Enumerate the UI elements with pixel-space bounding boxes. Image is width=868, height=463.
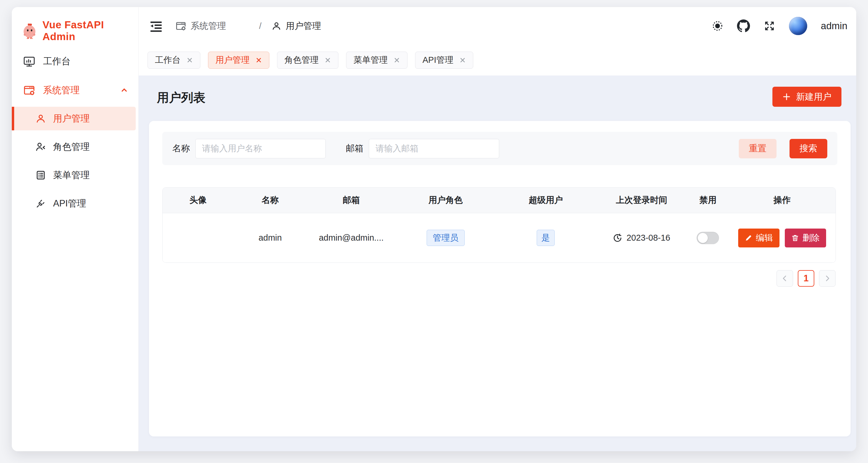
sidebar-item-label: 角色管理 <box>53 141 90 153</box>
user-icon <box>272 21 281 31</box>
close-icon[interactable] <box>255 57 262 63</box>
column-header-avatar: 头像 <box>162 194 234 206</box>
breadcrumb-item-system[interactable]: 系统管理 <box>175 20 249 32</box>
breadcrumb-item-users[interactable]: 用户管理 <box>272 20 360 32</box>
filter-bar: 名称 邮箱 重置 搜索 <box>162 132 837 165</box>
close-icon[interactable] <box>324 57 331 63</box>
sidebar: Vue FastAPI Admin 工作台 <box>12 7 139 451</box>
page-title: 用户列表 <box>157 90 205 106</box>
fullscreen-icon[interactable] <box>764 20 775 32</box>
search-button[interactable]: 搜索 <box>789 139 827 158</box>
close-icon[interactable] <box>186 57 193 63</box>
column-header-email: 邮箱 <box>307 194 396 206</box>
topbar: 系统管理 / 用户管理 <box>139 7 856 45</box>
plus-icon <box>782 93 791 101</box>
role-tag: 管理员 <box>427 230 465 246</box>
tab-workbench[interactable]: 工作台 <box>148 52 200 69</box>
toggle-knob <box>698 233 708 243</box>
close-icon[interactable] <box>459 57 466 63</box>
github-icon[interactable] <box>737 20 750 32</box>
sidebar-item-system[interactable]: 系统管理 <box>12 78 139 103</box>
tab-api[interactable]: API管理 <box>415 52 473 69</box>
sidebar-item-workbench[interactable]: 工作台 <box>12 49 139 74</box>
tab-label: 角色管理 <box>284 54 319 66</box>
column-header-superuser: 超级用户 <box>496 194 596 206</box>
delete-button[interactable]: 删除 <box>785 229 826 247</box>
column-header-actions: 操作 <box>728 194 836 206</box>
column-header-last-login: 上次登录时间 <box>596 194 687 206</box>
username-label[interactable]: admin <box>821 20 847 32</box>
new-user-button[interactable]: 新建用户 <box>772 87 841 107</box>
main-content: 用户列表 新建用户 名称 邮箱 重置 搜索 头像 名称 邮 <box>139 75 856 451</box>
name-filter-input[interactable] <box>195 139 326 158</box>
app-title: Vue FastAPI Admin <box>42 19 138 42</box>
pencil-icon <box>745 234 752 242</box>
tabbar: 工作台 用户管理 角色管理 菜单管理 API管理 <box>139 45 856 75</box>
breadcrumb-label: 系统管理 <box>191 20 226 32</box>
superuser-tag: 是 <box>537 230 555 246</box>
last-login-date: 2023-08-16 <box>626 233 670 243</box>
sidebar-item-label: 菜单管理 <box>53 169 90 181</box>
email-cell: admin@admin.... <box>307 233 396 243</box>
role-icon <box>35 141 46 152</box>
tab-roles[interactable]: 角色管理 <box>277 52 338 69</box>
disabled-toggle[interactable] <box>696 232 719 244</box>
disabled-cell <box>687 232 728 244</box>
sidebar-item-api[interactable]: API管理 <box>12 192 136 215</box>
collapse-sidebar-button[interactable] <box>149 20 163 32</box>
tab-label: API管理 <box>423 54 454 66</box>
table-row: admin admin@admin.... 管理员 是 <box>162 213 836 262</box>
users-table: 头像 名称 邮箱 用户角色 超级用户 上次登录时间 禁用 操作 admin ad… <box>162 187 836 263</box>
tab-users[interactable]: 用户管理 <box>208 52 269 69</box>
column-header-role: 用户角色 <box>395 194 496 206</box>
sidebar-item-label: API管理 <box>53 197 86 210</box>
monitor-icon <box>23 55 35 68</box>
trash-icon <box>791 234 799 242</box>
plug-icon <box>35 198 46 209</box>
edit-button[interactable]: 编辑 <box>738 229 779 247</box>
email-filter-label: 邮箱 <box>346 142 364 155</box>
system-gear-icon <box>175 20 186 32</box>
email-filter-input[interactable] <box>369 139 499 158</box>
role-cell: 管理员 <box>395 230 496 246</box>
theme-toggle-sun-icon[interactable] <box>712 20 723 32</box>
sidebar-item-label: 系统管理 <box>43 84 80 96</box>
column-header-name: 名称 <box>234 194 307 206</box>
pagination-prev-button[interactable] <box>777 270 793 287</box>
breadcrumb-label: 用户管理 <box>286 20 321 32</box>
user-list-card: 名称 邮箱 重置 搜索 头像 名称 邮箱 用户角色 超级用户 上次登录时间 禁用… <box>149 121 850 436</box>
sidebar-item-label: 工作台 <box>43 55 70 68</box>
user-icon <box>35 113 46 124</box>
user-avatar[interactable] <box>789 17 807 35</box>
sidebar-menu: 工作台 系统管理 <box>12 49 139 220</box>
sidebar-item-roles[interactable]: 角色管理 <box>12 135 136 159</box>
actions-cell: 编辑 删除 <box>728 229 836 247</box>
chevron-up-icon <box>120 86 129 95</box>
new-user-button-label: 新建用户 <box>796 91 831 103</box>
reset-button[interactable]: 重置 <box>739 139 777 158</box>
superuser-cell: 是 <box>496 230 596 246</box>
clock-icon <box>613 233 622 243</box>
sidebar-item-menus[interactable]: 菜单管理 <box>12 163 136 187</box>
tab-menus[interactable]: 菜单管理 <box>346 52 407 69</box>
app-logo[interactable]: Vue FastAPI Admin <box>22 19 138 42</box>
name-filter-label: 名称 <box>172 142 190 155</box>
edit-button-label: 编辑 <box>756 232 773 244</box>
menu-list-icon <box>35 170 46 180</box>
pagination-next-button[interactable] <box>819 270 836 287</box>
pagination-page-1[interactable]: 1 <box>798 270 814 287</box>
close-icon[interactable] <box>394 57 400 63</box>
tab-label: 菜单管理 <box>353 54 388 66</box>
name-cell: admin <box>234 233 307 243</box>
breadcrumb: 系统管理 / 用户管理 <box>175 20 360 32</box>
topbar-actions: admin <box>712 17 847 35</box>
system-gear-icon <box>23 84 35 96</box>
tab-label: 用户管理 <box>215 54 250 66</box>
chick-logo-icon <box>22 22 38 39</box>
app-window: Vue FastAPI Admin 工作台 <box>12 7 856 451</box>
column-header-disabled: 禁用 <box>687 194 728 206</box>
sidebar-item-users[interactable]: 用户管理 <box>12 107 136 130</box>
sidebar-item-label: 用户管理 <box>53 112 90 125</box>
last-login-cell: 2023-08-16 <box>596 233 687 243</box>
pagination: 1 <box>777 270 836 287</box>
